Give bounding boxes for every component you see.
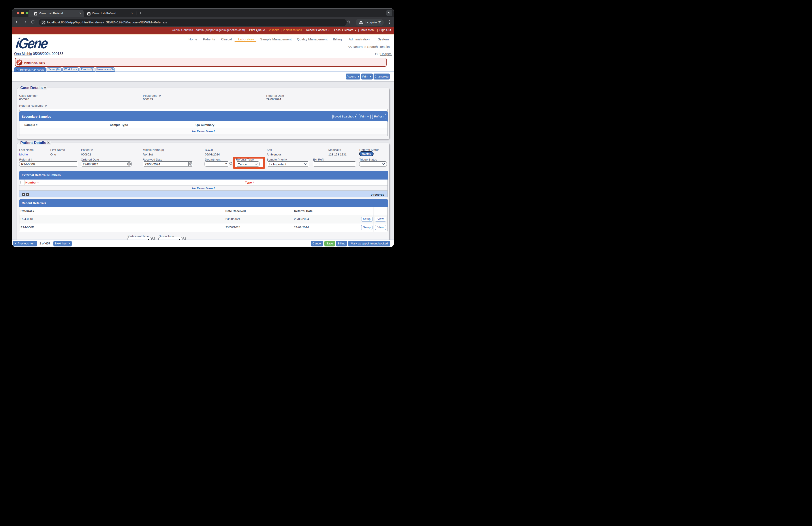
svg-text:31: 31: [128, 164, 130, 165]
svg-text:31: 31: [190, 164, 192, 165]
